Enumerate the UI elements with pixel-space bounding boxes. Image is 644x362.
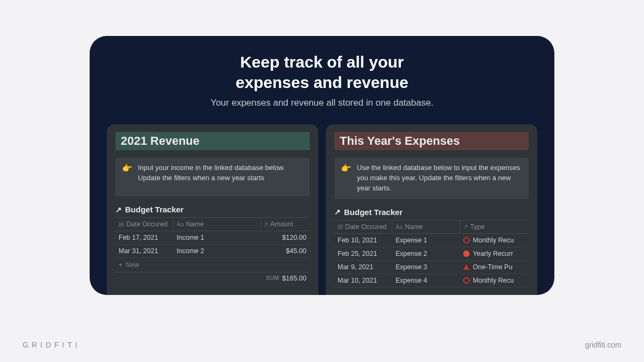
expenses-callout-text: Use the linked database below to input t… <box>357 163 522 194</box>
ring-red-icon <box>463 237 470 243</box>
expenses-header: This Year's Expenses <box>334 132 529 150</box>
cell-amount: $45.00 <box>261 245 310 257</box>
plus-icon: + <box>119 261 122 269</box>
expenses-panel: This Year's Expenses 👉 Use the linked da… <box>326 124 537 295</box>
table-row[interactable]: Feb 10, 2021 Expense 1 Monthly Recu <box>334 234 529 247</box>
cell-type: Yearly Recurr <box>460 247 529 260</box>
sum-value: $165.00 <box>282 275 306 282</box>
cell-type: Monthly Recu <box>460 234 529 247</box>
cell-date: Mar 9, 2021 <box>334 261 392 274</box>
revenue-table: ▤ Date Occured Aa Name # Amount Feb 17, … <box>115 217 310 282</box>
table-row[interactable]: Feb 17, 2021 Income 1 $120.00 <box>115 231 310 245</box>
calendar-icon: ▤ <box>338 223 343 230</box>
cell-date: Mar 31, 2021 <box>115 245 173 257</box>
revenue-table-head: ▤ Date Occured Aa Name # Amount <box>115 217 310 231</box>
cell-name: Income 2 <box>173 245 261 257</box>
text-icon: Aa <box>396 224 402 230</box>
new-row-button[interactable]: + New <box>115 258 310 272</box>
triangle-red-icon <box>463 264 470 270</box>
col-type[interactable]: ↗ Type <box>460 220 529 233</box>
sum-label: SUM <box>266 275 279 282</box>
revenue-db-title[interactable]: ↗ Budget Tracker <box>115 205 310 214</box>
cell-date: Feb 10, 2021 <box>334 234 392 247</box>
pointing-right-icon: 👉 <box>341 163 352 194</box>
col-date[interactable]: ▤ Date Occured <box>115 218 173 231</box>
footer-brand: GRIDFITI <box>23 341 80 349</box>
hero-title-line2: expenses and revenue <box>236 73 408 91</box>
table-row[interactable]: Mar 9, 2021 Expense 3 One-Time Pu <box>334 261 529 274</box>
linked-db-icon: ↗ <box>115 205 122 214</box>
cell-name: Expense 2 <box>392 247 460 260</box>
sum-row: SUM $165.00 <box>115 272 310 282</box>
col-date[interactable]: ▤ Date Occured <box>334 220 392 233</box>
table-row[interactable]: Mar 10, 2021 Expense 4 Monthly Recu <box>334 274 529 287</box>
panels-wrap: 2021 Revenue 👉 Input your income in the … <box>107 124 537 295</box>
table-row[interactable]: Feb 25, 2021 Expense 2 Yearly Recurr <box>334 247 529 261</box>
revenue-header: 2021 Revenue <box>115 132 310 150</box>
cell-date: Mar 10, 2021 <box>334 274 392 287</box>
revenue-callout-text: Input your income in the linked database… <box>138 163 303 191</box>
linked-db-icon: ↗ <box>334 208 341 216</box>
hero-subtitle: Your expenses and revenue all stored in … <box>90 98 554 108</box>
expenses-table: ▤ Date Occured Aa Name ↗ Type Feb 10, 20… <box>334 220 529 287</box>
relation-icon: ↗ <box>463 223 468 230</box>
footer-url: gridfiti.com <box>585 341 621 349</box>
revenue-callout: 👉 Input your income in the linked databa… <box>115 158 310 196</box>
cell-name: Expense 1 <box>392 234 460 247</box>
cell-name: Expense 4 <box>392 274 460 287</box>
col-name[interactable]: Aa Name <box>173 218 261 231</box>
cell-type: Monthly Recu <box>460 274 529 287</box>
table-row[interactable]: Mar 31, 2021 Income 2 $45.00 <box>115 245 310 258</box>
expenses-db-title[interactable]: ↗ Budget Tracker <box>334 208 529 217</box>
hero-title: Keep track of all your expenses and reve… <box>90 52 554 92</box>
pointing-right-icon: 👉 <box>122 163 133 191</box>
revenue-panel: 2021 Revenue 👉 Input your income in the … <box>107 124 318 295</box>
calendar-icon: ▤ <box>119 221 124 228</box>
dot-red-icon <box>463 250 470 257</box>
revenue-db-title-text: Budget Tracker <box>125 205 184 214</box>
expenses-db-title-text: Budget Tracker <box>344 208 402 217</box>
cell-name: Expense 3 <box>392 261 460 274</box>
cell-type: One-Time Pu <box>460 261 529 274</box>
number-icon: # <box>265 221 268 227</box>
cell-date: Feb 25, 2021 <box>334 247 392 260</box>
cell-date: Feb 17, 2021 <box>115 231 173 244</box>
text-icon: Aa <box>177 221 184 227</box>
expenses-table-head: ▤ Date Occured Aa Name ↗ Type <box>334 220 529 234</box>
new-row-label: New <box>126 261 139 269</box>
cell-amount: $120.00 <box>261 231 310 244</box>
col-amount[interactable]: # Amount <box>261 218 310 231</box>
cell-name: Income 1 <box>173 231 261 244</box>
ring-red-icon <box>463 277 470 284</box>
hero-title-line1: Keep track of all your <box>240 53 404 71</box>
col-name[interactable]: Aa Name <box>392 220 460 233</box>
hero-card: Keep track of all your expenses and reve… <box>90 36 554 295</box>
expenses-callout: 👉 Use the linked database below to input… <box>334 158 529 199</box>
